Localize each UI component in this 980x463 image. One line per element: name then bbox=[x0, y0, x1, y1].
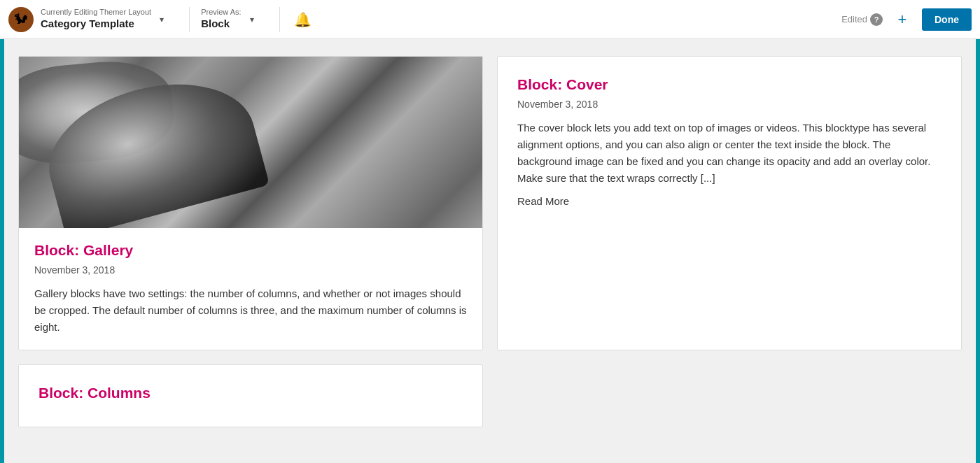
title-area: Currently Editing Themer Layout Category… bbox=[41, 8, 151, 31]
columns-card: Block: Columns bbox=[18, 364, 483, 427]
topbar-divider bbox=[189, 7, 190, 32]
logo-icon[interactable]: 🐿 bbox=[8, 7, 34, 32]
topbar-right: Edited ? + Done bbox=[841, 8, 972, 31]
right-sidebar bbox=[976, 39, 980, 463]
main-layout: Block: Gallery November 3, 2018 Gallery … bbox=[0, 39, 980, 463]
columns-card-title: Block: Columns bbox=[38, 385, 463, 401]
help-icon[interactable]: ? bbox=[870, 13, 883, 26]
preview-dropdown-arrow[interactable]: ▾ bbox=[250, 15, 254, 24]
preview-as-area: Preview As: Block bbox=[201, 8, 241, 31]
gallery-card-date: November 3, 2018 bbox=[34, 264, 467, 276]
content-area: Block: Gallery November 3, 2018 Gallery … bbox=[4, 39, 976, 463]
add-button[interactable]: + bbox=[891, 8, 913, 31]
currently-editing-label: Currently Editing Themer Layout bbox=[41, 8, 151, 17]
gallery-card-image bbox=[19, 57, 482, 228]
title-dropdown-arrow[interactable]: ▾ bbox=[160, 15, 164, 24]
gallery-card-title: Block: Gallery bbox=[34, 242, 467, 259]
gallery-card-body: Block: Gallery November 3, 2018 Gallery … bbox=[19, 228, 482, 350]
preview-as-value: Block bbox=[201, 17, 241, 31]
topbar: 🐿 Currently Editing Themer Layout Catego… bbox=[0, 0, 980, 39]
cover-card: Block: Cover November 3, 2018 The cover … bbox=[497, 56, 962, 350]
edited-label: Edited ? bbox=[841, 13, 883, 26]
topbar-divider-2 bbox=[279, 7, 280, 32]
bell-icon[interactable]: 🔔 bbox=[291, 8, 314, 31]
preview-as-label: Preview As: bbox=[201, 8, 241, 17]
gallery-card: Block: Gallery November 3, 2018 Gallery … bbox=[18, 56, 483, 350]
cover-card-excerpt: The cover block lets you add text on top… bbox=[517, 120, 941, 187]
columns-card-body: Block: Columns bbox=[19, 365, 482, 427]
cover-read-more[interactable]: Read More bbox=[517, 195, 941, 207]
cover-card-body: Block: Cover November 3, 2018 The cover … bbox=[498, 57, 961, 227]
image-inner bbox=[19, 57, 482, 228]
cover-card-date: November 3, 2018 bbox=[517, 99, 941, 110]
cover-card-title: Block: Cover bbox=[517, 76, 941, 93]
done-button[interactable]: Done bbox=[922, 8, 972, 31]
template-title: Category Template bbox=[41, 17, 151, 31]
gallery-card-excerpt: Gallery blocks have two settings: the nu… bbox=[34, 285, 467, 336]
